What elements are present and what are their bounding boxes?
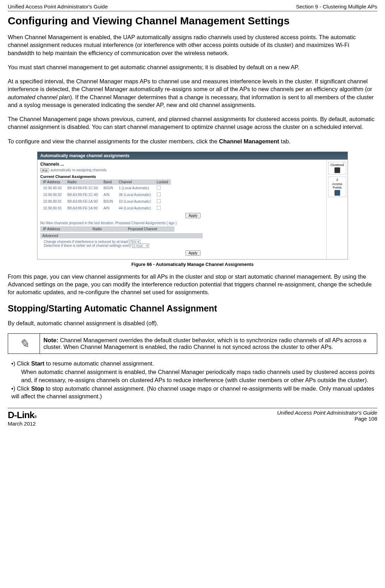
- locked-checkbox[interactable]: [157, 192, 161, 197]
- footer-page: Page 108: [277, 416, 377, 422]
- cell-radio: B8:A3:86:FE:1C:40: [65, 191, 101, 198]
- stop-caption: automatically re-assigning channels: [51, 168, 106, 172]
- paragraph-5a: To configure and view the channel assign…: [8, 138, 219, 144]
- figure-screenshot: Automatically manage channel assignments…: [37, 152, 348, 260]
- ap-label: Access Points: [329, 182, 345, 189]
- cell-band: A/N: [101, 205, 116, 212]
- stop-keyword: Stop: [31, 385, 44, 392]
- dlink-logo: D-Link®: [8, 410, 36, 421]
- bullet-1-sub: When automatic channel assignment is ena…: [11, 368, 377, 384]
- bullet-1-prefix: •) Click: [11, 360, 31, 367]
- table-row: 10.90.90.91 B8:A3:86:FE:1A:90 B/G/N 10 (…: [40, 198, 171, 205]
- footer-title: Unified Access Point Administrator's Gui…: [277, 410, 377, 416]
- current-assignments-table: IP Address Radio Band Channel Locked 10.…: [40, 179, 171, 212]
- start-keyword: Start: [31, 360, 45, 367]
- paragraph-5b: tab.: [279, 138, 291, 144]
- paragraph-1: When Channel Management is enabled, the …: [8, 33, 377, 57]
- proposed-note: No New channels proposed in the last ite…: [40, 221, 324, 225]
- paragraph-2: You must start channel management to get…: [8, 63, 377, 71]
- access-points-box[interactable]: 2 Access Points: [328, 177, 346, 197]
- cell-band: B/G/N: [101, 185, 116, 191]
- paragraph-3: At a specified interval, the Channel Man…: [8, 77, 377, 109]
- advanced-header[interactable]: Advanced: [40, 233, 203, 238]
- cell-channel: 1 (Local Automatic): [116, 185, 154, 191]
- clustered-label: Clustered: [330, 163, 344, 167]
- clustered-box[interactable]: Clustered: [328, 162, 346, 174]
- cell-ip: 10.90.90.92: [40, 191, 65, 198]
- bullet-1-rest: to resume automatic channel assignment.: [45, 360, 154, 367]
- col-ip: IP Address: [40, 226, 90, 232]
- ap-count: 2: [336, 178, 338, 182]
- note-label: Note:: [43, 337, 58, 343]
- note-text: Channel Management overrides the default…: [43, 337, 366, 350]
- adv-line1-label: Change channels if interference is reduc…: [44, 240, 128, 244]
- table-row: 10.90.90.92 B8:A3:86:FE:1C:50 B/G/N 1 (L…: [40, 185, 171, 191]
- access-points-icon: [334, 190, 340, 196]
- paragraph-7: By default, automatic channel assignment…: [8, 319, 377, 327]
- cell-channel: 36 (Local Automatic): [116, 191, 154, 198]
- channels-heading: Channels ...: [40, 162, 324, 167]
- stop-button[interactable]: stop: [40, 168, 49, 172]
- cell-channel: 44 (Local Automatic): [116, 205, 154, 212]
- cell-ip: 10.90.90.92: [40, 185, 65, 191]
- bullet-2-rest: to stop automatic channel assignment. (N…: [11, 385, 374, 399]
- interval-select[interactable]: 1 Hour ▾: [132, 244, 149, 248]
- cell-channel: 10 (Local Automatic): [116, 198, 154, 205]
- figure-caption: Figure 66 - Automatically Manage Channel…: [8, 262, 377, 267]
- cell-ip: 10.90.90.91: [40, 205, 65, 212]
- header-right: Section 9 - Clustering Multiple APs: [296, 4, 377, 10]
- paragraph-3a: At a specified interval, the Channel Man…: [8, 78, 372, 92]
- col-channel: Channel: [116, 179, 154, 185]
- col-ip: IP Address: [40, 179, 65, 185]
- adv-line2-label: Determine if there is better set of chan…: [44, 244, 131, 248]
- locked-checkbox[interactable]: [157, 186, 161, 190]
- header-left: Unified Access Point Administrator's Gui…: [8, 4, 108, 10]
- cell-ip: 10.90.90.91: [40, 198, 65, 205]
- apply-button-advanced[interactable]: Apply: [185, 250, 201, 256]
- col-radio: Radio: [65, 179, 101, 185]
- bullet-list: •) Click Start to resume automatic chann…: [11, 360, 377, 400]
- cell-radio: B8:A3:86:FE:1A:80: [65, 205, 101, 212]
- figure-titlebar: Automatically manage channel assignments: [37, 152, 348, 160]
- paragraph-6: From this page, you can view channel ass…: [8, 273, 377, 296]
- cell-band: A/N: [101, 191, 116, 198]
- note-box: ✎ Note: Channel Management overrides the…: [8, 333, 377, 354]
- cell-band: B/G/N: [101, 198, 116, 205]
- section-heading-2: Stopping/Starting Automatic Channel Assi…: [8, 303, 377, 314]
- locked-checkbox[interactable]: [157, 206, 161, 210]
- bullet-2-prefix: •) Click: [11, 385, 31, 392]
- col-band: Band: [101, 179, 116, 185]
- cell-radio: B8:A3:86:FE:1A:90: [65, 198, 101, 205]
- paragraph-3-italic: automated channel plan: [8, 94, 70, 100]
- cell-radio: B8:A3:86:FE:1C:50: [65, 185, 101, 191]
- table-row: 10.90.90.92 B8:A3:86:FE:1C:40 A/N 36 (Lo…: [40, 191, 171, 198]
- current-assignments-heading: Current Channel Assignments: [40, 174, 324, 179]
- proposed-table: IP Address Radio Proposed Channel: [40, 226, 174, 232]
- col-radio: Radio: [90, 226, 125, 232]
- footer-date: March 2012: [8, 421, 36, 427]
- paragraph-5: To configure and view the channel assign…: [8, 137, 377, 145]
- table-row: 10.90.90.91 B8:A3:86:FE:1A:80 A/N 44 (Lo…: [40, 205, 171, 212]
- locked-checkbox[interactable]: [157, 199, 161, 203]
- col-locked: Locked: [154, 179, 171, 185]
- note-icon: ✎: [19, 337, 29, 350]
- page-title: Configuring and Viewing Channel Manageme…: [8, 15, 377, 27]
- cluster-icon: [334, 167, 340, 173]
- col-proposed: Proposed Channel: [125, 226, 174, 232]
- paragraph-5-bold: Channel Management: [219, 138, 279, 144]
- apply-button[interactable]: Apply: [185, 213, 201, 218]
- paragraph-4: The Channel Management page shows previo…: [8, 115, 377, 131]
